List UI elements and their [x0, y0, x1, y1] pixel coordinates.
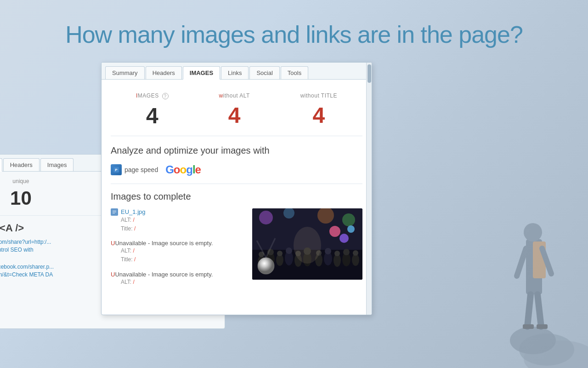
svg-rect-15 — [113, 211, 116, 211]
images-total-value: 4 — [136, 103, 169, 128]
tab-tools[interactable]: Tools — [281, 66, 308, 79]
unique-value: 10 — [10, 187, 32, 209]
svg-point-22 — [342, 213, 355, 226]
analyze-text: Analyze and optimize your images with — [111, 145, 362, 156]
scrollbar[interactable] — [366, 63, 372, 315]
without-alt-value: 4 — [219, 103, 249, 128]
svg-text:P: P — [115, 168, 118, 172]
scrollbar-thumb[interactable] — [368, 64, 371, 83]
image-filename-1[interactable]: EU_1.jpg — [111, 208, 243, 216]
image-title-1: Title: / — [121, 224, 243, 233]
without-alt-label: without ALT — [219, 92, 249, 99]
images-help-icon[interactable]: ? — [162, 93, 169, 99]
image-items-container: EU_1.jpg ALT: / Title: / UUnavai — [111, 208, 362, 293]
images-stats-row: IMAGES ? 4 without ALT 4 without TITLE 4 — [111, 87, 362, 136]
front-panel: Summary Headers IMAGES Links Social Tool… — [101, 62, 372, 315]
page-title-container: How many images and links are in the pag… — [0, 0, 588, 48]
panels-container: Summary Headers Images LINKS ? 12 — [87, 62, 501, 320]
unavailable-text-2: UUnavailable - Image source is empty. — [111, 271, 243, 278]
unique-stat: unique 10 — [10, 178, 32, 210]
without-title-value: 4 — [300, 103, 337, 128]
unique-label: unique — [10, 178, 32, 184]
unavailable-meta-2: ALT: / — [111, 278, 243, 287]
svg-point-54 — [347, 225, 355, 233]
back-tab-summary[interactable]: Summary — [0, 158, 2, 172]
image-item-1: EU_1.jpg ALT: / Title: / — [111, 208, 243, 233]
unavailable-item-2: UUnavailable - Image source is empty. AL… — [111, 271, 243, 287]
unavailable-item-1: UUnavailable - Image source is empty. AL… — [111, 240, 243, 264]
tab-images[interactable]: IMAGES — [183, 66, 220, 80]
front-panel-content: IMAGES ? 4 without ALT 4 without TITLE 4 — [102, 80, 372, 308]
svg-point-39 — [325, 248, 331, 254]
svg-point-52 — [329, 226, 340, 237]
image-meta-1: ALT: / Title: / — [111, 216, 243, 233]
svg-point-31 — [286, 247, 292, 254]
images-total-stat: IMAGES ? 4 — [136, 92, 169, 128]
image-alt-1: ALT: / — [121, 216, 243, 224]
pagespeed-logo[interactable]: P page speed — [111, 164, 158, 175]
without-title-stat: without TITLE 4 — [300, 92, 337, 128]
svg-rect-17 — [113, 213, 115, 213]
svg-rect-16 — [113, 212, 116, 212]
back-tab-images[interactable]: Images — [40, 158, 74, 171]
back-tab-headers[interactable]: Headers — [3, 158, 40, 171]
analyze-logos: P page speed Google — [111, 163, 362, 176]
google-logo[interactable]: Google — [165, 163, 201, 176]
tab-summary[interactable]: Summary — [105, 66, 145, 79]
svg-point-29 — [277, 251, 283, 256]
unavailable-text-1: UUnavailable - Image source is empty. — [111, 240, 243, 247]
without-title-label: without TITLE — [300, 92, 337, 99]
page-title: How many images and links are in the pag… — [0, 21, 588, 48]
images-label: IMAGES ? — [136, 92, 169, 99]
svg-point-53 — [339, 234, 349, 243]
tab-social[interactable]: Social — [249, 66, 279, 79]
svg-point-43 — [343, 249, 350, 255]
svg-point-45 — [353, 250, 358, 256]
unavailable-meta-1: ALT: / Title: / — [111, 247, 243, 264]
pagespeed-icon: P — [111, 164, 122, 175]
svg-point-19 — [259, 211, 273, 224]
images-section-title: Images to complete — [111, 191, 362, 202]
image-file-icon-1 — [111, 208, 118, 216]
without-alt-stat: without ALT 4 — [219, 92, 249, 128]
concert-thumbnail — [252, 208, 362, 280]
svg-point-49 — [258, 258, 274, 274]
svg-point-41 — [334, 251, 340, 256]
image-list: EU_1.jpg ALT: / Title: / UUnavai — [111, 208, 243, 293]
tab-headers[interactable]: Headers — [146, 66, 182, 79]
svg-point-46 — [294, 227, 321, 264]
images-to-complete-section: Images to complete — [111, 184, 362, 300]
analyze-section: Analyze and optimize your images with P … — [111, 136, 362, 184]
tab-links[interactable]: Links — [221, 66, 249, 79]
main-content: How many images and links are in the pag… — [0, 0, 588, 368]
front-panel-tabs: Summary Headers IMAGES Links Social Tool… — [102, 63, 372, 80]
